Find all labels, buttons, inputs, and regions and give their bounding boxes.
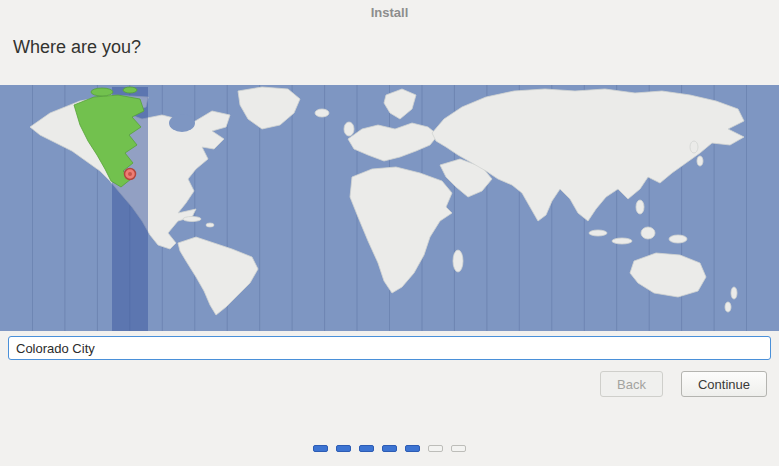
window-title: Install [0,5,779,20]
progress-segment [336,445,351,452]
page-heading: Where are you? [13,37,141,58]
island-japan-north [690,141,698,153]
island-borneo [641,227,655,239]
island-iceland [315,109,329,117]
island-cuba [183,217,201,222]
island-japan-south [697,156,703,166]
island-new-zealand-south [725,302,731,312]
island-sumatra [589,230,607,236]
progress-segment [313,445,328,452]
progress-segment [428,445,443,452]
island-madagascar [453,250,463,272]
navigation-buttons: Back Continue [600,371,767,397]
progress-segment [382,445,397,452]
progress-segment [405,445,420,452]
island-hispaniola [206,223,214,227]
continue-button[interactable]: Continue [681,371,767,397]
island-philippines [636,200,644,214]
hudson-bay [169,114,195,132]
progress-indicator [0,445,779,452]
progress-segment [359,445,374,452]
progress-segment [451,445,466,452]
back-button[interactable]: Back [600,371,663,397]
island-new-guinea [669,235,687,243]
location-input[interactable] [8,336,771,360]
installer-window: Install Where are you? [0,0,779,466]
island-java [612,238,632,244]
timezone-map[interactable] [0,85,779,331]
island-new-zealand-north [731,287,737,299]
location-pin[interactable] [125,169,136,180]
island-britain [344,122,354,136]
